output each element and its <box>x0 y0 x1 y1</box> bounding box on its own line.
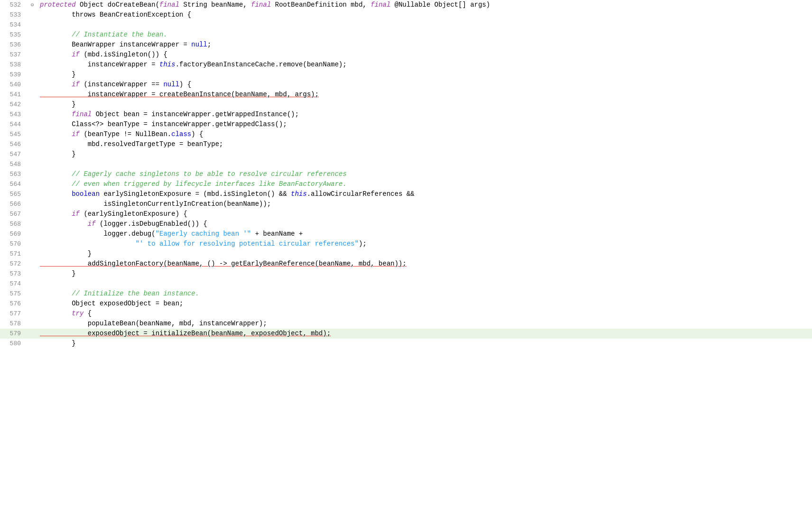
fold-icon[interactable]: ⊖ <box>28 1 36 9</box>
code-token: Object doCreateBean( <box>76 1 159 9</box>
line-content: } <box>36 70 812 80</box>
code-token: (beanType != NullBean. <box>80 130 171 138</box>
code-line: 547 } <box>0 149 812 159</box>
code-token: addSingletonFactory(beanName, () -> getE… <box>40 260 406 267</box>
code-line: 538 instanceWrapper = this.factoryBeanIn… <box>0 60 812 70</box>
line-content: } <box>36 100 812 110</box>
line-number: 537 <box>0 50 28 60</box>
line-content: if (mbd.isSingleton()) { <box>36 50 812 60</box>
code-token <box>40 51 72 58</box>
line-content: // Eagerly cache singletons to be able t… <box>36 169 812 179</box>
code-line: 545 if (beanType != NullBean.class) { <box>0 129 812 139</box>
code-token: null <box>163 81 179 88</box>
line-number: 535 <box>0 30 28 40</box>
code-line: 535 // Instantiate the bean. <box>0 30 812 40</box>
code-line: 574 <box>0 279 812 289</box>
code-line: 542 } <box>0 100 812 110</box>
code-token: } <box>40 270 76 277</box>
line-content: // even when triggered by lifecycle inte… <box>36 179 812 189</box>
code-token: "' to allow for resolving potential circ… <box>136 240 359 248</box>
line-content: Object exposedObject = bean; <box>36 299 812 309</box>
code-token: Object bean = instanceWrapper.getWrapped… <box>92 110 299 118</box>
line-number: 543 <box>0 110 28 120</box>
line-number: 538 <box>0 60 28 70</box>
code-token: if <box>72 210 80 218</box>
code-token: ) { <box>191 130 203 138</box>
line-number: 541 <box>0 90 28 100</box>
line-content: Class<?> beanType = instanceWrapper.getW… <box>36 120 812 129</box>
code-token: Object exposedObject = bean; <box>40 300 183 307</box>
code-line: 563 // Eagerly cache singletons to be ab… <box>0 169 812 179</box>
code-token: if <box>88 220 96 228</box>
line-content: if (earlySingletonExposure) { <box>36 209 812 219</box>
code-token: // Eagerly cache singletons to be able t… <box>40 170 347 178</box>
code-token: @Nullable Object[] args) <box>390 1 490 9</box>
underline-wrapper: instanceWrapper = createBeanInstance(bea… <box>40 91 319 98</box>
line-number: 571 <box>0 249 28 259</box>
code-token: } <box>40 101 76 108</box>
code-token: } <box>40 250 92 258</box>
code-token: String beanName, <box>179 1 251 9</box>
line-content: boolean earlySingletonExposure = (mbd.is… <box>36 189 812 199</box>
code-line: 576 Object exposedObject = bean; <box>0 299 812 309</box>
code-token: } <box>40 340 76 347</box>
code-token: null <box>191 41 207 48</box>
line-content: populateBean(beanName, mbd, instanceWrap… <box>36 319 812 329</box>
line-number: 573 <box>0 269 28 279</box>
code-line: 568 if (logger.isDebugEnabled()) { <box>0 219 812 229</box>
line-content: // Initialize the bean instance. <box>36 289 812 299</box>
code-token: if <box>72 130 80 138</box>
line-content: instanceWrapper = createBeanInstance(bea… <box>36 90 812 100</box>
code-token <box>40 130 72 138</box>
code-token <box>40 81 72 88</box>
line-number: 566 <box>0 200 28 209</box>
line-content: exposedObject = initializeBean(beanName,… <box>36 329 812 339</box>
code-token: final <box>72 110 92 118</box>
code-line: 536 BeanWrapper instanceWrapper = null; <box>0 40 812 50</box>
line-content: } <box>36 149 812 159</box>
code-token: if <box>72 81 80 88</box>
code-token: final <box>251 1 271 9</box>
line-number: 580 <box>0 339 28 349</box>
line-content: // Instantiate the bean. <box>36 30 812 40</box>
code-token: RootBeanDefinition mbd, <box>271 1 370 9</box>
code-line: 546 mbd.resolvedTargetType = beanType; <box>0 139 812 149</box>
code-token: logger.debug( <box>40 230 156 238</box>
code-token: final <box>159 1 179 9</box>
code-token: instanceWrapper = createBeanInstance(bea… <box>40 91 319 98</box>
line-content: isSingletonCurrentlyInCreation(beanName)… <box>36 199 812 209</box>
code-token <box>40 210 72 218</box>
code-token: protected <box>40 1 76 9</box>
line-content: logger.debug("Eagerly caching bean '" + … <box>36 229 812 239</box>
line-content: try { <box>36 309 812 319</box>
code-token: ); <box>359 240 367 248</box>
code-token: // Initialize the bean instance. <box>40 290 199 297</box>
code-token: ; <box>207 41 211 48</box>
line-content: } <box>36 249 812 259</box>
line-number: 567 <box>0 210 28 219</box>
line-content: } <box>36 339 812 349</box>
code-line: 571 } <box>0 249 812 259</box>
code-line: 567 if (earlySingletonExposure) { <box>0 209 812 219</box>
code-token: } <box>40 71 76 78</box>
line-content: "' to allow for resolving potential circ… <box>36 239 812 249</box>
line-number: 542 <box>0 100 28 110</box>
code-token: if <box>72 51 80 58</box>
code-token: // Instantiate the bean. <box>40 31 167 38</box>
line-content <box>36 279 812 289</box>
code-line: 541 instanceWrapper = createBeanInstance… <box>0 90 812 100</box>
line-number: 540 <box>0 80 28 90</box>
code-token: throws BeanCreationException { <box>40 11 191 18</box>
code-line: 540 if (instanceWrapper == null) { <box>0 80 812 90</box>
line-number: 564 <box>0 180 28 189</box>
line-number: 546 <box>0 140 28 149</box>
line-number: 575 <box>0 289 28 299</box>
code-line: 575 // Initialize the bean instance. <box>0 289 812 299</box>
code-token: (earlySingletonExposure) { <box>80 210 187 218</box>
code-token: try <box>40 310 83 317</box>
code-line: 539 } <box>0 70 812 80</box>
code-token: boolean <box>72 190 100 198</box>
code-line: 577 try { <box>0 309 812 319</box>
code-line: 533 throws BeanCreationException { <box>0 10 812 20</box>
code-token: { <box>83 310 92 317</box>
